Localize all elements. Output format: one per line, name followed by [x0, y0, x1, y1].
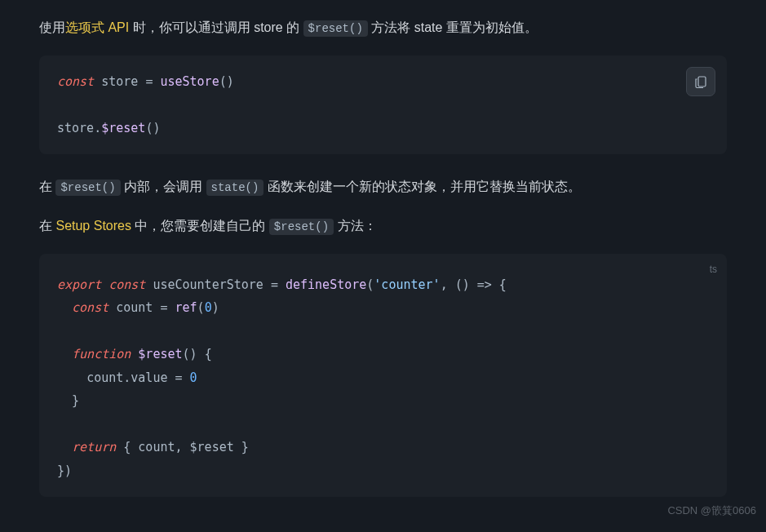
- text-segment: 内部，会调用: [121, 180, 206, 193]
- token-space: [116, 440, 123, 454]
- token-keyword: export: [57, 277, 101, 292]
- token-variable: store: [94, 74, 145, 89]
- inline-code-state: state(): [206, 180, 264, 196]
- token-number: 0: [190, 370, 197, 385]
- token-punct: ): [212, 300, 219, 315]
- clipboard-icon: [693, 74, 708, 89]
- code-block-setup-store: ts export const useCounterStore = define…: [39, 254, 727, 498]
- token-punct: {: [492, 277, 507, 292]
- indent: [57, 300, 72, 315]
- text-segment: 使用: [39, 20, 65, 34]
- token-function: $reset: [101, 121, 145, 135]
- token-variable: useCounterStore: [145, 277, 271, 292]
- token-object: { count, $reset }: [123, 440, 249, 454]
- token-keyword: const: [72, 300, 108, 315]
- token-punct: {: [205, 347, 212, 361]
- inline-code-reset: $reset(): [55, 180, 120, 196]
- token-function: useStore: [160, 74, 219, 89]
- token-keyword: return: [72, 440, 116, 454]
- token-punct: ,: [441, 277, 455, 292]
- token-function-def: $reset: [131, 347, 182, 361]
- text-segment: 在: [39, 180, 55, 193]
- text-segment: 在: [39, 219, 55, 233]
- token-variable: count: [108, 300, 160, 315]
- copy-button[interactable]: [686, 67, 715, 96]
- token-punct: (: [197, 300, 205, 315]
- token-function: defineStore: [286, 277, 366, 292]
- csdn-watermark: CSDN @篏箕0606: [667, 502, 756, 520]
- code-block-reset-usage: const store = useStore() store.$reset(): [39, 55, 727, 155]
- indent: [57, 440, 72, 454]
- text-segment: 方法：: [334, 219, 376, 233]
- token-variable: count.value: [86, 370, 175, 385]
- indent: [57, 347, 72, 361]
- setup-stores-link[interactable]: Setup Stores: [55, 219, 131, 233]
- indent: [57, 370, 86, 385]
- token-string: 'counter': [374, 277, 440, 292]
- token-operator: =: [271, 277, 278, 292]
- token-keyword: const: [57, 74, 94, 89]
- inline-code-reset: $reset(): [303, 20, 368, 37]
- token-keyword: const: [108, 277, 145, 292]
- token-punct: (: [366, 277, 374, 292]
- token-punct: (): [219, 74, 234, 89]
- token-number: 0: [205, 300, 212, 315]
- token-operator: =>: [477, 277, 492, 292]
- token-punct: (): [455, 277, 477, 292]
- code-language-badge: ts: [710, 260, 717, 279]
- text-segment: 方法将 state 重置为初始值。: [368, 20, 538, 34]
- text-segment: 中，您需要创建自己的: [131, 219, 269, 233]
- token-keyword: function: [72, 347, 131, 361]
- paragraph-internal: 在 $reset() 内部，会调用 state() 函数来创建一个新的状态对象，…: [39, 175, 727, 198]
- svg-rect-0: [698, 77, 706, 86]
- token-punct: (): [183, 347, 205, 361]
- inline-code-reset: $reset(): [269, 219, 334, 235]
- options-api-link[interactable]: 选项式 API: [65, 20, 129, 34]
- token-operator: =: [175, 370, 183, 385]
- token-punct: }): [57, 463, 72, 478]
- text-segment: 时，你可以通过调用 store 的: [129, 20, 303, 34]
- token-space: [167, 300, 175, 315]
- token-punct: (): [145, 121, 160, 135]
- text-segment: 函数来创建一个新的状态对象，并用它替换当前状态。: [263, 180, 580, 193]
- token-variable: store.: [57, 121, 101, 135]
- token-space: [183, 370, 190, 385]
- indent: [57, 393, 72, 408]
- paragraph-intro: 使用选项式 API 时，你可以通过调用 store 的 $reset() 方法将…: [39, 16, 727, 39]
- token-punct: }: [72, 393, 79, 408]
- token-builtin: ref: [175, 300, 197, 315]
- paragraph-setup-stores: 在 Setup Stores 中，您需要创建自己的 $reset() 方法：: [39, 215, 727, 237]
